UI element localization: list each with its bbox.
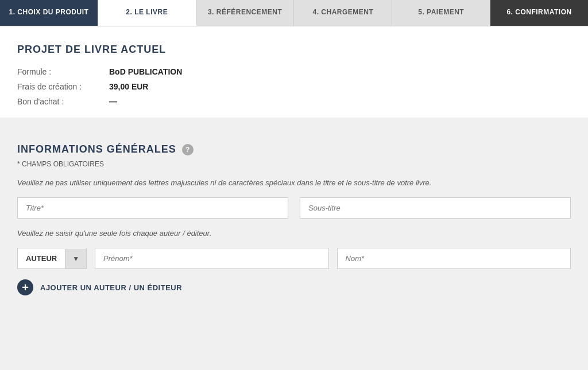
general-info-section: INFORMATIONS GÉNÉRALES ? * CHAMPS OBLIGA… (0, 126, 588, 313)
tab-chargement[interactable]: 4. Chargement (294, 0, 392, 26)
prenom-input[interactable] (95, 248, 328, 269)
frais-value: 39,00 EUR (109, 82, 148, 91)
project-info: Formule : BoD PUBLICATION Frais de créat… (17, 67, 571, 106)
tab-referencement[interactable]: 3. Référencement (196, 0, 295, 26)
sous-titre-input[interactable] (300, 197, 571, 219)
formule-row: Formule : BoD PUBLICATION (17, 67, 571, 76)
general-section-title: INFORMATIONS GÉNÉRALES (17, 143, 176, 155)
author-row: AUTEUR ▼ (17, 248, 571, 269)
formule-value: BoD PUBLICATION (109, 67, 182, 76)
chevron-down-icon: ▼ (72, 255, 79, 263)
bon-achat-row: Bon d'achat : — (17, 97, 571, 106)
bon-achat-label: Bon d'achat : (17, 97, 109, 106)
plus-icon: + (22, 282, 29, 293)
title-row (17, 197, 571, 219)
add-author-button[interactable]: + (17, 279, 33, 295)
titre-input[interactable] (17, 197, 288, 219)
tab-paiement[interactable]: 5. Paiement (392, 0, 490, 26)
frais-row: Frais de création : 39,00 EUR (17, 82, 571, 91)
nom-input[interactable] (337, 248, 571, 269)
general-section-header: INFORMATIONS GÉNÉRALES ? (17, 143, 571, 155)
section-separator (0, 118, 588, 126)
tab-confirmation[interactable]: 6. Confirmation (490, 0, 588, 26)
tab-choix-produit[interactable]: 1. Choix du produit (0, 0, 98, 26)
formule-label: Formule : (17, 67, 109, 76)
tab-bar: 1. Choix du produit 2. Le livre 3. Référ… (0, 0, 588, 26)
author-type-select[interactable]: AUTEUR ▼ (17, 248, 87, 269)
tab-le-livre[interactable]: 2. Le livre (98, 0, 196, 26)
help-icon[interactable]: ? (182, 144, 194, 155)
add-author-row[interactable]: + AJOUTER UN AUTEUR / UN ÉDITEUR (17, 279, 571, 295)
project-section: PROJET DE LIVRE ACTUEL Formule : BoD PUB… (0, 26, 588, 118)
frais-label: Frais de création : (17, 82, 109, 91)
author-notice: Veuillez ne saisir qu'une seule fois cha… (17, 229, 571, 237)
title-notice: Veuillez ne pas utiliser uniquement des … (17, 178, 571, 187)
author-type-arrow[interactable]: ▼ (65, 249, 86, 268)
add-author-label: AJOUTER UN AUTEUR / UN ÉDITEUR (40, 283, 182, 292)
required-note: * CHAMPS OBLIGATOIRES (17, 160, 571, 168)
project-title: PROJET DE LIVRE ACTUEL (17, 44, 571, 56)
bon-achat-value: — (109, 97, 117, 106)
author-type-label: AUTEUR (18, 248, 65, 268)
